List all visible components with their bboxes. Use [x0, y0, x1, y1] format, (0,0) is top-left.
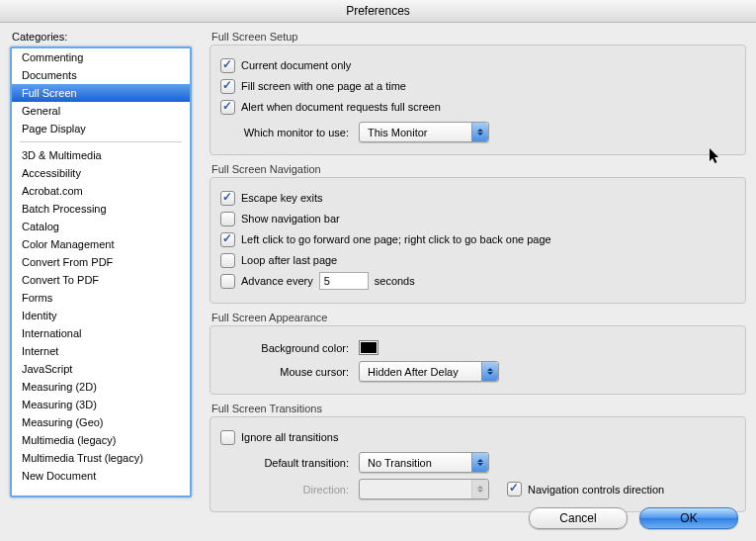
group-title-setup: Full Screen Setup	[211, 31, 746, 43]
label-ignore-transitions: Ignore all transitions	[241, 431, 338, 443]
category-item[interactable]: Measuring (2D)	[12, 378, 190, 396]
settings-panel: Full Screen Setup Current document only …	[198, 31, 746, 496]
input-advance-seconds[interactable]	[319, 272, 369, 290]
category-item[interactable]: Measuring (3D)	[12, 396, 190, 413]
label-default-transition: Default transition:	[220, 457, 349, 469]
ok-button[interactable]: OK	[639, 507, 738, 529]
select-which-monitor[interactable]: This Monitor	[359, 122, 489, 142]
label-loop-last: Loop after last page	[241, 254, 337, 266]
label-which-monitor: Which monitor to use:	[220, 127, 349, 138]
category-item[interactable]: General	[12, 102, 190, 120]
category-item[interactable]: Documents	[12, 66, 190, 84]
checkbox-nav-controls-direction[interactable]	[507, 482, 522, 496]
preferences-window: Preferences Categories: CommentingDocume…	[0, 0, 756, 541]
label-escape-exits: Escape key exits	[241, 192, 323, 204]
category-separator	[20, 141, 182, 142]
select-which-monitor-value: This Monitor	[360, 127, 471, 138]
label-click-paging: Left click to go forward one page; right…	[241, 233, 551, 245]
category-item[interactable]: Full Screen	[12, 84, 190, 102]
label-mouse-cursor: Mouse cursor:	[220, 366, 349, 378]
label-alert-request: Alert when document requests full screen	[241, 101, 441, 113]
checkbox-escape-exits[interactable]	[220, 191, 235, 206]
group-appearance: Background color: Mouse cursor: Hidden A…	[210, 325, 746, 395]
button-bar: Cancel OK	[529, 507, 738, 529]
category-item[interactable]: International	[12, 324, 190, 342]
checkbox-click-paging[interactable]	[220, 232, 235, 247]
checkbox-fill-one-page[interactable]	[220, 79, 235, 94]
category-item[interactable]: Commenting	[12, 48, 190, 66]
select-direction	[359, 479, 489, 499]
select-mouse-cursor-value: Hidden After Delay	[360, 366, 481, 378]
group-title-transitions: Full Screen Transitions	[211, 403, 746, 414]
category-item[interactable]: Multimedia Trust (legacy)	[12, 449, 190, 467]
checkbox-ignore-transitions[interactable]	[220, 430, 235, 445]
checkbox-advance-every[interactable]	[220, 274, 235, 289]
category-item[interactable]: Measuring (Geo)	[12, 413, 190, 431]
group-nav: Escape key exits Show navigation bar Lef…	[210, 177, 746, 304]
select-default-transition-value: No Transition	[360, 457, 471, 469]
label-show-nav-bar: Show navigation bar	[241, 213, 340, 225]
select-default-transition[interactable]: No Transition	[359, 452, 489, 473]
updown-arrows-icon	[471, 453, 488, 472]
window-title: Preferences	[0, 0, 756, 23]
category-item[interactable]: Batch Processing	[12, 200, 190, 218]
label-advance-suffix: seconds	[375, 275, 415, 287]
sidebar: Categories: CommentingDocumentsFull Scre…	[10, 31, 198, 496]
updown-arrows-icon	[481, 362, 498, 381]
category-item[interactable]: Forms	[12, 289, 190, 307]
checkbox-alert-request[interactable]	[220, 100, 235, 115]
category-item[interactable]: Accessibility	[12, 164, 190, 182]
checkbox-loop-last[interactable]	[220, 253, 235, 268]
checkbox-current-doc-only[interactable]	[220, 58, 235, 73]
category-item[interactable]: Convert To PDF	[12, 271, 190, 289]
category-item[interactable]: Multimedia (legacy)	[12, 431, 190, 449]
categories-label: Categories:	[10, 31, 198, 43]
category-item[interactable]: JavaScript	[12, 360, 190, 378]
updown-arrows-icon	[471, 123, 488, 141]
category-item[interactable]: Page Display	[12, 120, 190, 137]
label-bg-color: Background color:	[220, 342, 349, 354]
updown-arrows-icon	[471, 480, 488, 498]
category-item[interactable]: Identity	[12, 307, 190, 324]
category-item[interactable]: Color Management	[12, 235, 190, 253]
swatch-bg-color[interactable]	[359, 340, 378, 355]
category-item[interactable]: Acrobat.com	[12, 182, 190, 200]
label-advance-every: Advance every	[241, 275, 313, 287]
label-direction: Direction:	[220, 484, 349, 496]
label-nav-controls-direction: Navigation controls direction	[528, 484, 664, 496]
content-area: Categories: CommentingDocumentsFull Scre…	[0, 23, 756, 496]
group-title-appearance: Full Screen Appearance	[211, 312, 746, 323]
group-setup: Current document only Fill screen with o…	[210, 45, 746, 155]
category-item[interactable]: Internet	[12, 342, 190, 360]
label-current-doc-only: Current document only	[241, 59, 351, 71]
group-transitions: Ignore all transitions Default transitio…	[210, 416, 746, 512]
group-title-nav: Full Screen Navigation	[211, 163, 746, 175]
category-item[interactable]: New Document	[12, 467, 190, 485]
cancel-button[interactable]: Cancel	[529, 507, 628, 529]
category-item[interactable]: Catalog	[12, 218, 190, 235]
label-fill-one-page: Fill screen with one page at a time	[241, 80, 406, 92]
category-item[interactable]: 3D & Multimedia	[12, 146, 190, 164]
categories-listbox[interactable]: CommentingDocumentsFull ScreenGeneralPag…	[10, 46, 192, 497]
category-item[interactable]: Convert From PDF	[12, 253, 190, 271]
checkbox-show-nav-bar[interactable]	[220, 212, 235, 226]
select-mouse-cursor[interactable]: Hidden After Delay	[359, 361, 499, 382]
